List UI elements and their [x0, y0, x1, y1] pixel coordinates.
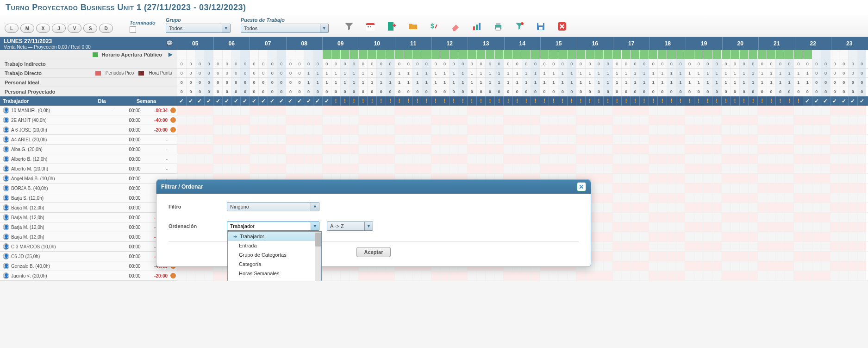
schedule-cell[interactable] — [739, 164, 749, 173]
schedule-cell[interactable] — [685, 115, 694, 125]
timeline-cell[interactable] — [730, 50, 739, 59]
schedule-cell[interactable] — [694, 222, 703, 232]
schedule-cell[interactable] — [231, 145, 241, 154]
worker-row[interactable]: 👤10 MANUEL (0,0h)-00:00-08:34 — [0, 106, 868, 115]
schedule-cell[interactable] — [785, 145, 794, 154]
schedule-cell[interactable] — [821, 193, 830, 202]
schedule-cell[interactable] — [449, 115, 458, 125]
schedule-cell[interactable] — [522, 154, 531, 164]
schedule-cell[interactable] — [739, 106, 749, 115]
schedule-cell[interactable] — [268, 145, 277, 154]
schedule-cell[interactable] — [767, 125, 776, 134]
schedule-cell[interactable] — [649, 252, 658, 261]
schedule-cell[interactable] — [331, 115, 340, 125]
schedule-cell[interactable] — [785, 203, 794, 212]
schedule-cell[interactable] — [612, 183, 622, 193]
schedule-cell[interactable] — [331, 145, 340, 154]
schedule-cell[interactable] — [803, 261, 812, 271]
timeline-cell[interactable] — [386, 50, 395, 59]
schedule-cell[interactable] — [195, 135, 204, 144]
schedule-cell[interactable] — [531, 135, 540, 144]
schedule-cell[interactable] — [812, 222, 821, 232]
schedule-cell[interactable] — [703, 135, 712, 144]
schedule-cell[interactable] — [730, 222, 739, 232]
eraser-icon[interactable] — [449, 20, 462, 33]
schedule-cell[interactable] — [394, 115, 404, 125]
schedule-cell[interactable] — [812, 193, 821, 202]
schedule-cell[interactable] — [277, 115, 286, 125]
schedule-cell[interactable] — [703, 183, 712, 193]
schedule-cell[interactable] — [313, 154, 322, 164]
schedule-cell[interactable] — [721, 203, 731, 212]
timeline-cell[interactable] — [367, 50, 376, 59]
schedule-cell[interactable] — [204, 106, 213, 115]
schedule-cell[interactable] — [785, 115, 794, 125]
comment-icon[interactable]: 💬 — [166, 40, 173, 46]
schedule-cell[interactable] — [512, 125, 522, 134]
schedule-cell[interactable] — [213, 271, 222, 280]
schedule-cell[interactable] — [594, 145, 603, 154]
schedule-cell[interactable] — [286, 135, 295, 144]
schedule-cell[interactable] — [848, 242, 857, 251]
schedule-cell[interactable] — [295, 106, 304, 115]
schedule-cell[interactable] — [812, 154, 821, 164]
schedule-cell[interactable] — [458, 164, 467, 173]
schedule-cell[interactable] — [612, 174, 622, 183]
schedule-cell[interactable] — [612, 203, 622, 212]
schedule-cell[interactable] — [712, 183, 721, 193]
schedule-cell[interactable] — [667, 154, 676, 164]
schedule-cell[interactable] — [612, 261, 622, 271]
schedule-cell[interactable] — [839, 183, 848, 193]
schedule-cell[interactable] — [631, 125, 640, 134]
schedule-cell[interactable] — [422, 154, 431, 164]
timeline-cell[interactable] — [358, 50, 368, 59]
schedule-cell[interactable] — [440, 135, 449, 144]
schedule-cell[interactable] — [830, 252, 839, 261]
schedule-cell[interactable] — [730, 135, 739, 144]
schedule-cell[interactable] — [667, 115, 676, 125]
schedule-cell[interactable] — [376, 164, 386, 173]
ordenacion-select[interactable]: Trabajador ▼ ➜TrabajadorEntradaGrupo de … — [227, 221, 319, 231]
timeline-cell[interactable] — [177, 50, 186, 59]
schedule-cell[interactable] — [494, 271, 504, 280]
schedule-cell[interactable] — [657, 106, 667, 115]
schedule-cell[interactable] — [703, 242, 712, 251]
schedule-cell[interactable] — [412, 145, 422, 154]
schedule-cell[interactable] — [712, 125, 721, 134]
schedule-cell[interactable] — [467, 125, 476, 134]
schedule-cell[interactable] — [331, 125, 340, 134]
schedule-cell[interactable] — [830, 242, 839, 251]
schedule-cell[interactable] — [313, 135, 322, 144]
schedule-cell[interactable] — [250, 145, 259, 154]
timeline-cell[interactable] — [295, 50, 304, 59]
schedule-cell[interactable] — [358, 271, 368, 280]
schedule-cell[interactable] — [386, 115, 395, 125]
schedule-cell[interactable] — [512, 154, 522, 164]
schedule-cell[interactable] — [667, 261, 676, 271]
schedule-cell[interactable] — [404, 135, 413, 144]
schedule-cell[interactable] — [767, 154, 776, 164]
schedule-cell[interactable] — [612, 164, 622, 173]
schedule-cell[interactable] — [712, 135, 721, 144]
schedule-cell[interactable] — [567, 145, 576, 154]
schedule-cell[interactable] — [775, 125, 785, 134]
schedule-cell[interactable] — [349, 164, 358, 173]
schedule-cell[interactable] — [631, 271, 640, 280]
schedule-cell[interactable] — [830, 115, 839, 125]
schedule-cell[interactable] — [576, 164, 585, 173]
schedule-cell[interactable] — [657, 222, 667, 232]
export-icon[interactable] — [385, 20, 398, 33]
schedule-cell[interactable] — [612, 106, 622, 115]
schedule-cell[interactable] — [204, 115, 213, 125]
schedule-cell[interactable] — [322, 115, 331, 125]
schedule-cell[interactable] — [186, 115, 195, 125]
schedule-cell[interactable] — [748, 154, 757, 164]
schedule-cell[interactable] — [839, 145, 848, 154]
schedule-cell[interactable] — [186, 164, 195, 173]
schedule-cell[interactable] — [458, 154, 467, 164]
schedule-cell[interactable] — [603, 125, 612, 134]
timeline-cell[interactable] — [567, 50, 576, 59]
schedule-cell[interactable] — [830, 174, 839, 183]
schedule-cell[interactable] — [712, 242, 721, 251]
timeline-cell[interactable] — [186, 50, 195, 59]
